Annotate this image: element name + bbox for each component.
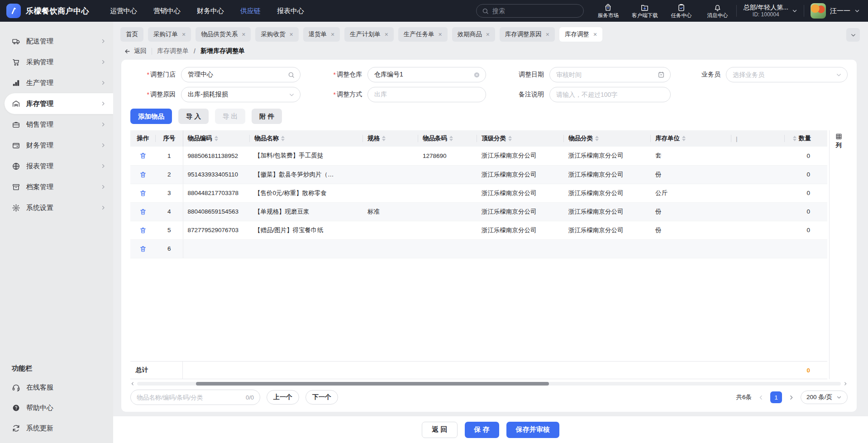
sidebar-item-inventory[interactable]: 库存管理: [5, 93, 113, 114]
close-icon[interactable]: ×: [546, 31, 549, 38]
tab-inventory-adjust[interactable]: 库存调整×: [559, 27, 602, 42]
client-download-button[interactable]: 客户端下载: [632, 3, 658, 19]
user-menu[interactable]: 汪一一: [811, 3, 860, 19]
sort-icon[interactable]: [382, 136, 386, 141]
tab-purchase-order[interactable]: 采购订单×: [148, 27, 191, 42]
warehouse-input[interactable]: [374, 71, 470, 78]
tab-expiry-goods[interactable]: 效期商品×: [452, 27, 495, 42]
date-field[interactable]: [549, 67, 671, 82]
nav-supply-chain[interactable]: 供应链: [240, 7, 261, 15]
close-icon[interactable]: ×: [242, 31, 245, 38]
save-button[interactable]: 保 存: [465, 422, 499, 438]
clear-icon[interactable]: [473, 71, 480, 78]
salesman-input[interactable]: [733, 71, 832, 78]
add-item-button[interactable]: 添加物品: [130, 109, 172, 124]
nav-marketing-center[interactable]: 营销中心: [153, 7, 181, 15]
sort-icon[interactable]: [215, 136, 218, 141]
nav-report-center[interactable]: 报表中心: [277, 7, 304, 15]
page-number[interactable]: 1: [770, 391, 782, 403]
global-search-input[interactable]: [492, 7, 578, 14]
chevron-down-icon[interactable]: [289, 92, 295, 98]
system-update-button[interactable]: 系统更新: [0, 418, 113, 438]
attachment-button[interactable]: 附 件: [252, 109, 282, 124]
back-link[interactable]: 返回: [124, 47, 147, 55]
delete-row-button[interactable]: [138, 170, 148, 179]
global-search[interactable]: [476, 4, 584, 18]
delete-row-button[interactable]: [138, 207, 148, 216]
service-market-button[interactable]: 服务市场: [596, 3, 621, 19]
search-icon[interactable]: [288, 71, 295, 78]
chevron-down-icon[interactable]: [836, 72, 842, 78]
org-switcher[interactable]: 总部/年轻人第... ID: 100004: [743, 4, 797, 19]
remark-input[interactable]: [556, 91, 655, 98]
sidebar-item-production[interactable]: 生产管理: [0, 72, 113, 93]
delete-row-button[interactable]: [138, 244, 148, 253]
sidebar-item-archives[interactable]: 档案管理: [0, 176, 113, 197]
sort-icon[interactable]: [281, 136, 285, 141]
column-settings-button[interactable]: 列: [835, 133, 842, 149]
close-icon[interactable]: ×: [331, 31, 334, 38]
tab-home[interactable]: 首页: [120, 27, 143, 42]
scroll-right-icon[interactable]: [843, 381, 848, 386]
tabs-collapse-button[interactable]: [846, 28, 860, 42]
sort-icon[interactable]: [595, 136, 599, 141]
store-input[interactable]: [188, 71, 285, 78]
salesman-select[interactable]: [726, 67, 848, 82]
sort-icon[interactable]: [449, 136, 453, 141]
previous-match-button[interactable]: 上一个: [267, 390, 299, 405]
close-icon[interactable]: ×: [438, 31, 442, 38]
warehouse-field[interactable]: [367, 67, 486, 82]
tab-adjust-reason[interactable]: 库存调整原因×: [500, 27, 555, 42]
page-next-icon[interactable]: [788, 395, 794, 400]
sidebar-item-purchasing[interactable]: 采购管理: [0, 52, 113, 72]
page-size-select[interactable]: 200 条/页: [801, 391, 848, 404]
table-row: 3 880448217703378 【售价0元/称重】散称零食 浙江乐檬南京分公…: [130, 184, 827, 202]
sidebar-item-sales[interactable]: 销售管理: [0, 114, 113, 135]
online-support-button[interactable]: 在线客服: [0, 377, 113, 398]
date-input[interactable]: [556, 71, 655, 78]
return-button[interactable]: 返 回: [422, 422, 457, 438]
page-prev-icon[interactable]: [758, 395, 764, 400]
save-and-audit-button[interactable]: 保存并审核: [506, 422, 559, 438]
sidebar-item-settings[interactable]: 系统设置: [0, 197, 113, 218]
close-icon[interactable]: ×: [385, 31, 388, 38]
item-filter-input[interactable]: [137, 394, 243, 401]
tab-purchase-receipt[interactable]: 采购收货×: [255, 27, 298, 42]
close-icon[interactable]: ×: [182, 31, 186, 38]
item-filter-field[interactable]: 0/0: [130, 390, 260, 405]
sidebar-item-delivery[interactable]: 配送管理: [0, 31, 113, 52]
tab-return-order[interactable]: 退货单×: [303, 27, 340, 42]
delete-row-button[interactable]: [138, 189, 148, 198]
sort-icon[interactable]: [508, 136, 512, 141]
breadcrumb-parent[interactable]: 库存调整单: [157, 47, 189, 55]
import-button[interactable]: 导 入: [178, 109, 209, 124]
task-center-button[interactable]: 任务中心: [668, 3, 694, 19]
reason-select[interactable]: [181, 87, 300, 102]
sort-icon[interactable]: [682, 136, 686, 141]
tab-item-supply-relation[interactable]: 物品供货关系×: [196, 27, 251, 42]
scroll-left-icon[interactable]: [130, 381, 135, 386]
scrollbar-thumb[interactable]: [196, 382, 549, 386]
help-center-button[interactable]: 帮助中心: [0, 398, 113, 418]
sidebar-item-finance[interactable]: 财务管理: [0, 135, 113, 156]
reason-input[interactable]: [188, 91, 285, 98]
close-icon[interactable]: ×: [486, 31, 490, 38]
tab-production-task[interactable]: 生产任务单×: [398, 27, 448, 42]
close-icon[interactable]: ×: [289, 31, 293, 38]
message-center-button[interactable]: 消息中心: [705, 3, 730, 19]
close-icon[interactable]: ×: [593, 31, 597, 38]
sidebar-item-reports[interactable]: 报表管理: [0, 156, 113, 176]
truck-icon: [12, 37, 20, 46]
store-field[interactable]: [181, 67, 300, 82]
nav-operation-center[interactable]: 运营中心: [110, 7, 137, 15]
scrollbar-track[interactable]: [137, 382, 841, 386]
calendar-icon[interactable]: [658, 71, 665, 78]
nav-finance-center[interactable]: 财务中心: [197, 7, 224, 15]
date-label: 调整日期: [487, 67, 548, 82]
delete-row-button[interactable]: [138, 151, 148, 160]
sort-icon[interactable]: [793, 136, 796, 141]
next-match-button[interactable]: 下一个: [305, 390, 338, 405]
tab-production-plan[interactable]: 生产计划单×: [344, 27, 394, 42]
delete-row-button[interactable]: [138, 226, 148, 235]
remark-field[interactable]: [549, 87, 671, 102]
